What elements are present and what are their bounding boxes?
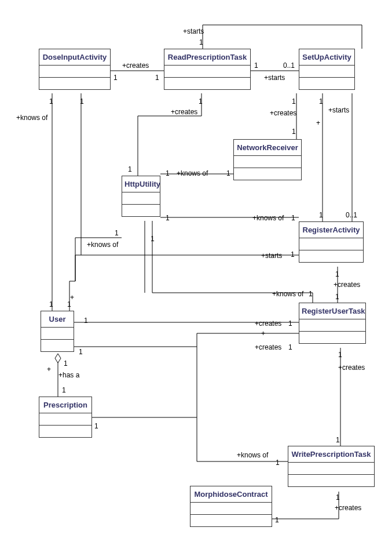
label-mult: 1: [291, 214, 295, 222]
label-starts: +starts: [261, 252, 282, 260]
label-mult: 1: [276, 459, 280, 467]
label-creates: +creates: [335, 504, 361, 512]
label-mult: 1: [64, 359, 68, 368]
label-mult: 1: [319, 211, 323, 219]
class-title: HttpUtility: [122, 176, 160, 192]
label-mult: 1: [199, 97, 203, 106]
label-creates: +creates: [255, 319, 281, 328]
label-starts: +starts: [183, 27, 204, 35]
class-register-user-task: RegisterUserTask: [299, 303, 366, 344]
label-knows-of: +knows of: [177, 169, 208, 177]
label-creates: +creates: [122, 61, 149, 70]
class-prescription: Prescription: [39, 397, 92, 438]
label-mult: 1: [292, 97, 296, 106]
label-mult: 1: [166, 214, 170, 222]
class-read-prescription-task: ReadPrescriptionTask: [164, 49, 251, 90]
label-knows-of: +knows of: [252, 214, 284, 222]
label-mult: 1: [292, 128, 296, 136]
label-creates: +creates: [270, 109, 296, 117]
label-mult: 1: [49, 300, 53, 308]
label-mult: 1: [62, 386, 66, 394]
label-knows-of: +knows of: [87, 241, 118, 249]
label-mult: 1: [94, 422, 98, 430]
class-morphidose-contract: MorphidoseContract: [190, 486, 272, 527]
label-mult: 1: [115, 229, 119, 237]
label-creates: +creates: [171, 108, 197, 116]
label-starts: +starts: [264, 74, 285, 82]
label-creates: +creates: [338, 363, 365, 372]
svg-marker-11: [55, 354, 61, 363]
label-mult: 1: [336, 493, 340, 501]
label-knows-of: +knows of: [272, 290, 303, 298]
label-mult: 1: [291, 250, 295, 259]
class-network-receiver: NetworkReceiver: [233, 139, 302, 180]
label-mult: 1: [49, 97, 53, 106]
label-mult: 1: [254, 61, 258, 70]
class-title: ReadPrescriptionTask: [164, 49, 250, 66]
class-set-up-activity: SetUpActivity: [299, 49, 355, 90]
class-register-activity: RegisterActivity: [299, 221, 364, 263]
label-mult: 1: [128, 165, 132, 173]
label-mult: 1: [288, 343, 292, 351]
label-mult: 1: [336, 436, 340, 444]
label-mult: 1: [338, 351, 342, 359]
label-mult: 1: [319, 97, 323, 106]
label-plus: +: [316, 119, 320, 127]
label-starts: +starts: [328, 106, 349, 114]
label-mult: 0..1: [283, 61, 295, 70]
class-title: SetUpActivity: [299, 49, 354, 66]
label-plus: +: [261, 329, 265, 337]
class-title: RegisterActivity: [299, 222, 363, 238]
label-mult: 1: [275, 516, 279, 524]
label-mult: 1: [79, 348, 83, 356]
label-knows-of: +knows of: [237, 451, 268, 459]
label-mult: 1: [309, 290, 313, 298]
label-mult: 1: [199, 38, 203, 46]
label-creates: +creates: [255, 343, 281, 351]
label-mult: 1: [335, 293, 339, 301]
label-mult: 1: [151, 235, 155, 243]
label-mult: 1: [335, 270, 339, 278]
label-mult: 1: [67, 300, 71, 308]
class-title: User: [41, 311, 74, 328]
class-dose-input-activity: DoseInputActivity: [39, 49, 111, 90]
label-mult: 1: [155, 74, 159, 82]
class-title: MorphidoseContract: [190, 486, 272, 503]
label-knows-of: +knows of: [16, 114, 47, 122]
label-mult: 1: [288, 319, 292, 328]
class-title: NetworkReceiver: [234, 140, 301, 156]
label-mult: 1: [166, 169, 170, 177]
class-title: WritePrescriptionTask: [288, 446, 374, 463]
label-mult: 1: [113, 74, 118, 82]
class-title: RegisterUserTask: [299, 303, 365, 319]
label-mult: 1: [226, 169, 230, 177]
class-write-prescription-task: WritePrescriptionTask: [288, 446, 375, 487]
label-mult: 1: [84, 317, 88, 325]
label-has-a: +has a: [58, 371, 79, 379]
label-mult: 1: [80, 97, 84, 106]
class-title: Prescription: [39, 397, 91, 413]
label-creates: +creates: [334, 281, 360, 289]
class-http-utility: HttpUtility: [122, 176, 160, 217]
label-plus: +: [47, 365, 51, 373]
class-user: User: [41, 311, 74, 352]
label-mult: 0..1: [346, 211, 357, 219]
class-title: DoseInputActivity: [39, 49, 110, 66]
